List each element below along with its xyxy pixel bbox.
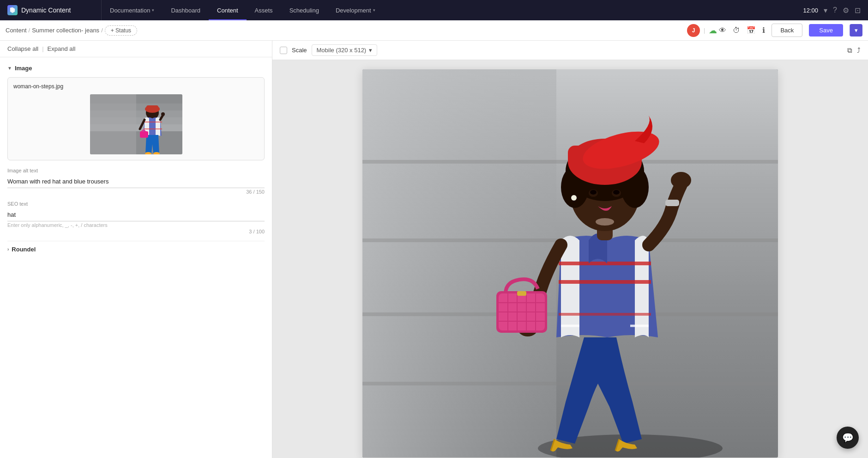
nav-items: Documentation ▾ Dashboard Content Assets… xyxy=(102,0,796,20)
preview-toolbar: Scale Mobile (320 x 512) ▾ ⧉ ⤴ xyxy=(272,41,868,60)
svg-point-40 xyxy=(590,190,597,195)
history-icon[interactable]: ⏱ xyxy=(733,26,740,35)
external-link-icon[interactable]: ⤴ xyxy=(857,46,861,55)
help-icon[interactable]: ? xyxy=(833,6,837,14)
preview-image-container xyxy=(362,69,778,458)
scale-label[interactable]: Scale xyxy=(292,47,307,54)
secondary-toolbar: Content / Summer collection- jeans / + S… xyxy=(0,20,868,41)
eye-icon[interactable]: 👁 xyxy=(719,26,726,35)
image-preview-thumbnail[interactable] xyxy=(90,94,182,154)
svg-point-44 xyxy=(671,172,691,189)
cloud-save-icon[interactable]: ☁ xyxy=(709,25,717,36)
breadcrumb-section-link[interactable]: Summer collection- jeans xyxy=(32,27,99,34)
back-button[interactable]: Back xyxy=(772,24,802,37)
svg-point-0 xyxy=(12,9,13,11)
fashion-preview-svg xyxy=(362,69,778,458)
settings-icon[interactable]: ⚙ xyxy=(843,6,849,15)
nav-documentation[interactable]: Documentation ▾ xyxy=(102,0,163,20)
roundel-section-header[interactable]: › Roundel xyxy=(7,241,265,257)
nav-assets[interactable]: Assets xyxy=(247,0,281,20)
window-icon[interactable]: ⊡ xyxy=(855,6,861,15)
main-layout: Collapse all | Expand all ▼ Image woman-… xyxy=(0,41,868,458)
nav-scheduling[interactable]: Scheduling xyxy=(281,0,327,20)
alt-text-count: 36 / 150 xyxy=(7,189,265,195)
breadcrumb-separator2: / xyxy=(101,27,103,34)
image-section-title: Image xyxy=(15,65,32,72)
top-navigation: Dynamic Content Documentation ▾ Dashboar… xyxy=(0,0,868,20)
chevron-down-icon: ▼ xyxy=(7,66,12,71)
status-button[interactable]: + Status xyxy=(105,25,137,36)
clock-display: 12:00 xyxy=(803,7,819,14)
separator: | xyxy=(704,27,705,34)
expand-all-link[interactable]: Expand all xyxy=(48,45,76,52)
nav-right: 12:00 ▾ ? ⚙ ⊡ xyxy=(796,6,868,15)
chevron-down-icon: ▾ xyxy=(373,8,375,12)
toolbar-separator: | xyxy=(42,45,43,52)
brand-name: Dynamic Content xyxy=(21,6,71,14)
preview-area[interactable] xyxy=(272,60,868,458)
seo-hint: Enter only alphanumeric, _, -, +, / char… xyxy=(7,222,265,228)
seo-text-label: SEO text xyxy=(7,201,265,207)
svg-point-43 xyxy=(596,218,614,226)
right-panel: Scale Mobile (320 x 512) ▾ ⧉ ⤴ xyxy=(272,41,868,458)
chat-icon: 💬 xyxy=(842,432,854,443)
breadcrumb-content-link[interactable]: Content xyxy=(6,27,27,34)
panel-toolbar: Collapse all | Expand all xyxy=(0,41,272,57)
preview-fashion-image xyxy=(362,69,778,458)
svg-point-17 xyxy=(161,112,165,116)
svg-rect-14 xyxy=(140,131,148,138)
seo-text-field-group: SEO text Enter only alphanumeric, _, -, … xyxy=(7,201,265,234)
device-label: Mobile (320 x 512) xyxy=(317,47,367,54)
nav-development[interactable]: Development ▾ xyxy=(327,0,384,20)
breadcrumb-separator: / xyxy=(29,27,30,34)
left-panel: Collapse all | Expand all ▼ Image woman-… xyxy=(0,41,272,458)
alt-text-field-group: Image alt text 36 / 150 xyxy=(7,168,265,195)
svg-point-41 xyxy=(613,190,620,195)
breadcrumb: Content / Summer collection- jeans / + S… xyxy=(6,25,685,36)
panel-content: ▼ Image woman-on-steps.jpg xyxy=(0,57,272,458)
svg-rect-21 xyxy=(362,69,556,458)
chat-button[interactable]: 💬 xyxy=(837,427,859,449)
chevron-right-icon: › xyxy=(7,247,9,252)
image-card: woman-on-steps.jpg xyxy=(7,77,265,160)
save-dropdown-button[interactable]: ▾ xyxy=(850,24,862,37)
nav-content[interactable]: Content xyxy=(209,0,247,20)
brand-area[interactable]: Dynamic Content xyxy=(0,0,102,20)
secondary-actions: 👁 ⏱ 📅 ℹ Back Save ▾ xyxy=(719,24,862,37)
chevron-down-icon: ▾ xyxy=(369,47,372,54)
nav-dashboard[interactable]: Dashboard xyxy=(163,0,209,20)
avatar[interactable]: J xyxy=(687,24,700,37)
svg-rect-60 xyxy=(665,200,679,206)
collapse-all-link[interactable]: Collapse all xyxy=(7,45,38,52)
device-selector[interactable]: Mobile (320 x 512) ▾ xyxy=(312,44,378,56)
copy-icon[interactable]: ⧉ xyxy=(847,46,852,55)
seo-count: 3 / 100 xyxy=(7,229,265,234)
info-icon[interactable]: ℹ xyxy=(762,26,765,35)
alt-text-input[interactable] xyxy=(7,175,265,188)
scale-checkbox[interactable] xyxy=(280,47,287,54)
svg-rect-6 xyxy=(90,94,136,154)
svg-rect-55 xyxy=(517,291,526,296)
image-section-header[interactable]: ▼ Image xyxy=(7,65,265,72)
chevron-down-icon[interactable]: ▾ xyxy=(824,6,827,15)
calendar-icon[interactable]: 📅 xyxy=(747,26,756,35)
roundel-section-title: Roundel xyxy=(12,246,36,253)
alt-text-label: Image alt text xyxy=(7,168,265,173)
save-button[interactable]: Save xyxy=(809,24,843,37)
svg-point-42 xyxy=(571,195,577,201)
preview-actions: ⧉ ⤴ xyxy=(847,46,861,55)
chevron-down-icon: ▾ xyxy=(152,8,154,12)
image-filename: woman-on-steps.jpg xyxy=(13,83,259,90)
svg-rect-9 xyxy=(146,105,158,111)
seo-text-input[interactable] xyxy=(7,208,265,221)
brand-icon xyxy=(7,5,18,15)
